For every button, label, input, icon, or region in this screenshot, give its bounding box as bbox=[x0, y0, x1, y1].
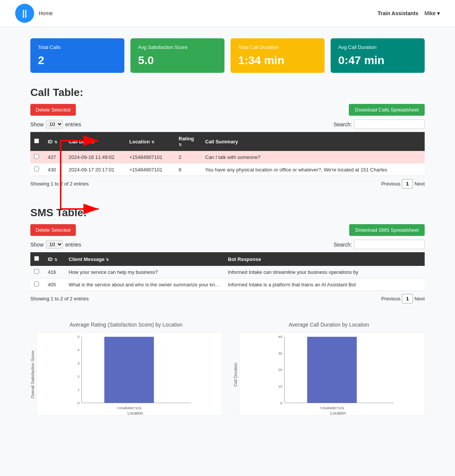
call-delete-button[interactable]: Delete Selected bbox=[30, 104, 76, 116]
sms-pagination-controls: Previous 1 Next bbox=[381, 294, 425, 303]
call-row-summary: You have any physical location or office… bbox=[201, 163, 425, 176]
chart2-ylabel: Call Duration bbox=[233, 363, 238, 387]
svg-text:2: 2 bbox=[77, 374, 79, 379]
sms-col-message[interactable]: Client Message ⇅ bbox=[65, 252, 224, 266]
call-col-id[interactable]: ID ⇅ bbox=[44, 132, 65, 151]
sms-row-check[interactable] bbox=[30, 266, 44, 278]
call-table-toolbar: Delete Selected Download Calls Spreadshe… bbox=[30, 104, 425, 116]
user-dropdown-icon: ▾ bbox=[437, 10, 440, 16]
call-table-header: ID ⇅ Call Date ⇅ Location ⇅ Rating ⇅ Cal… bbox=[30, 132, 425, 151]
call-pagination-controls: Previous 1 Next bbox=[381, 179, 425, 189]
sms-search-input[interactable] bbox=[354, 240, 425, 249]
chart1-title: Average Rating (Satisfaction Score) by L… bbox=[30, 322, 222, 328]
logo-text: || bbox=[22, 8, 27, 18]
stat-total-dur-value: 1:34 min bbox=[238, 54, 317, 67]
call-search-input[interactable] bbox=[354, 119, 425, 129]
call-row-rating: 2 bbox=[175, 151, 201, 163]
sms-row-id: 416 bbox=[44, 266, 65, 278]
call-col-rating[interactable]: Rating ⇅ bbox=[175, 132, 201, 151]
stat-total-duration: Total Call Duration 1:34 min bbox=[231, 38, 325, 73]
call-row-check[interactable] bbox=[30, 163, 44, 176]
call-row-summary: Can I talk with someone? bbox=[201, 151, 425, 163]
stat-avg-sat-value: 5.0 bbox=[138, 54, 217, 67]
sms-table-row: 405 What is the service about and who is… bbox=[30, 278, 425, 291]
stats-row: Total Calls 2 Avg Satisfaction Score 5.0… bbox=[30, 38, 425, 73]
svg-text:Location: Location bbox=[330, 411, 346, 415]
sms-table-section: SMS Table: Delete Selected Download SMS … bbox=[30, 207, 425, 306]
sms-table-toolbar: Delete Selected Download SMS Spreadsheet bbox=[30, 224, 425, 236]
sms-row-response: Informed Intake is a platform that train… bbox=[224, 278, 425, 291]
stat-avg-dur-value: 0:47 min bbox=[338, 54, 417, 67]
stat-avg-dur-label: Avg Call Duration bbox=[338, 44, 417, 50]
sms-download-button[interactable]: Download SMS Spreadsheet bbox=[349, 224, 425, 236]
call-table-section: Call Table: Delete Selected Download Cal… bbox=[30, 86, 425, 192]
sms-row-check[interactable] bbox=[30, 278, 44, 291]
stat-total-calls-value: 2 bbox=[38, 54, 117, 67]
sms-row-id: 405 bbox=[44, 278, 65, 291]
svg-rect-8 bbox=[104, 337, 154, 403]
stat-total-calls: Total Calls 2 bbox=[30, 38, 124, 73]
svg-text:10: 10 bbox=[278, 384, 282, 388]
user-menu-button[interactable]: Mike ▾ bbox=[424, 10, 440, 16]
header: || Home Train Assistants Mike ▾ bbox=[0, 0, 455, 27]
sms-table-title: SMS Table: bbox=[30, 207, 425, 219]
nav-home[interactable]: Home bbox=[39, 10, 53, 16]
sms-table: ID ⇅ Client Message ⇅ Bot Response 416 H… bbox=[30, 252, 425, 291]
call-row-id: 437 bbox=[44, 151, 65, 163]
header-right: Train Assistants Mike ▾ bbox=[378, 10, 440, 16]
chart2-title: Average Call Duration by Location bbox=[233, 322, 425, 328]
sms-search-row: Search: bbox=[334, 240, 425, 249]
svg-text:Location: Location bbox=[127, 411, 143, 415]
sms-row-message: How your service can help my business? bbox=[65, 266, 224, 278]
sms-show-label: Show bbox=[30, 242, 44, 248]
sms-col-id[interactable]: ID ⇅ bbox=[44, 252, 65, 266]
sms-col-check[interactable] bbox=[30, 252, 44, 266]
call-show-entries: Show 102550 entries bbox=[30, 120, 81, 129]
logo: || bbox=[15, 4, 34, 23]
sms-row-message: What is the service about and who is the… bbox=[65, 278, 224, 291]
svg-text:4: 4 bbox=[77, 348, 80, 352]
train-assistants-link[interactable]: Train Assistants bbox=[378, 10, 419, 16]
charts-row: Average Rating (Satisfaction Score) by L… bbox=[30, 322, 425, 417]
stat-total-calls-label: Total Calls bbox=[38, 44, 117, 50]
sms-select-all[interactable] bbox=[34, 256, 39, 261]
sms-table-row: 416 How your service can help my busines… bbox=[30, 266, 425, 278]
sms-col-response: Bot Response bbox=[224, 252, 425, 266]
call-col-location[interactable]: Location ⇅ bbox=[126, 132, 175, 151]
header-left: || Home bbox=[15, 4, 53, 23]
sms-page-1-button[interactable]: 1 bbox=[402, 294, 413, 303]
sms-search-label: Search: bbox=[334, 242, 352, 248]
call-row-date: 2024-09-18 11:49:02 bbox=[65, 151, 126, 163]
call-next-button[interactable]: Next bbox=[414, 181, 425, 187]
call-search-label: Search: bbox=[334, 121, 352, 127]
call-showing-text: Showing 1 to 2 of 2 entries bbox=[30, 181, 89, 187]
sms-prev-button[interactable]: Previous bbox=[381, 296, 400, 302]
call-prev-button[interactable]: Previous bbox=[381, 181, 400, 187]
call-download-button[interactable]: Download Calls Spreadsheet bbox=[349, 104, 425, 116]
stat-total-dur-label: Total Call Duration bbox=[238, 44, 317, 50]
call-row-check[interactable] bbox=[30, 151, 44, 163]
call-table: ID ⇅ Call Date ⇅ Location ⇅ Rating ⇅ Cal… bbox=[30, 132, 425, 176]
chart1-ylabel: Overall Satisfaction Score bbox=[30, 350, 35, 399]
user-name: Mike bbox=[424, 10, 436, 16]
sms-delete-button[interactable]: Delete Selected bbox=[30, 224, 76, 236]
sms-table-header: ID ⇅ Client Message ⇅ Bot Response bbox=[30, 252, 425, 266]
call-row-location: +15484907101 bbox=[126, 151, 175, 163]
chart-satisfaction: Average Rating (Satisfaction Score) by L… bbox=[30, 322, 222, 417]
call-page-1-button[interactable]: 1 bbox=[402, 179, 413, 189]
sms-pagination: Showing 1 to 2 of 2 entries Previous 1 N… bbox=[30, 291, 425, 306]
call-col-date[interactable]: Call Date ⇅ bbox=[65, 132, 126, 151]
call-search-row: Search: bbox=[334, 119, 425, 129]
call-select-all[interactable] bbox=[34, 138, 39, 143]
chart2-svg: 0 10 20 30 40 +15484907101 Location bbox=[239, 332, 425, 416]
call-col-check[interactable] bbox=[30, 132, 44, 151]
sms-next-button[interactable]: Next bbox=[414, 296, 425, 302]
sms-entries-label: entries bbox=[65, 242, 81, 248]
svg-rect-18 bbox=[307, 337, 357, 403]
call-col-summary: Call Summary bbox=[201, 132, 425, 151]
call-row-date: 2024-09-17 20:17:01 bbox=[65, 163, 126, 176]
sms-entries-select[interactable]: 102550 bbox=[46, 240, 63, 249]
call-entries-label: entries bbox=[65, 121, 81, 127]
call-entries-select[interactable]: 102550 bbox=[46, 120, 63, 129]
svg-text:30: 30 bbox=[278, 351, 282, 355]
